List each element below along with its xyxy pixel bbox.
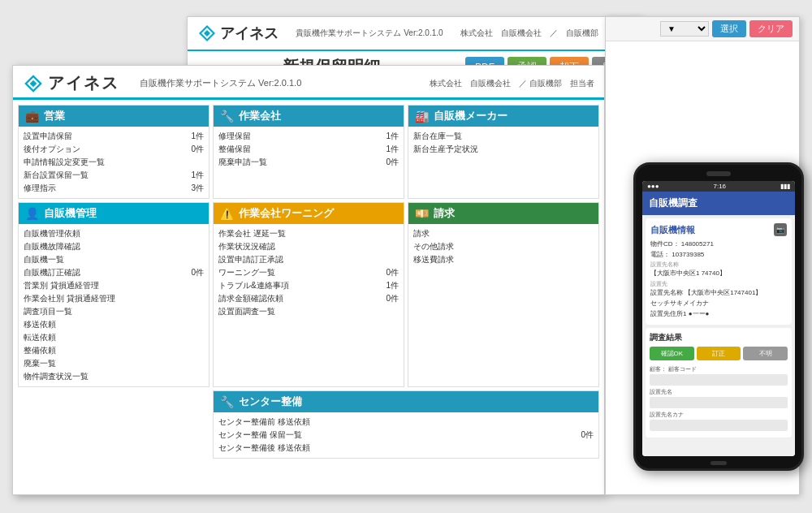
list-item: センター整備前 移送依頼 [218,416,594,429]
building-icon: 🏭 [415,110,429,123]
right-panel-top: ▼ 選択 クリア [606,17,799,41]
customer-input[interactable] [650,374,788,386]
list-item: センター整備 保留一覧 0件 [218,429,594,442]
install-name-value: 【大阪市中央区1 74740】 [650,269,787,278]
sales-title: 営業 [44,109,65,123]
phone-result-section: 調査結果 確認OK 訂正 不明 顧客： 顧客コード 設置先名 [646,328,792,438]
work-warning-title: 作業会社ワーニング [239,206,334,221]
list-item: 調査項目一覧 [24,305,204,318]
customer-label: 顧客： 顧客コード [650,365,788,373]
phone-info-card: 自販機情報 📷 物件CD： 148005271 電話： 103739385 設置… [646,218,792,325]
list-item: 設置面調査一覧 [218,305,399,318]
work-company-section: 🔧 作業会社 修理保留 1件 整備保留 1件 廃棄申請一覧 0件 [213,105,404,199]
setter-value: セッチサキメイカナ [650,299,787,308]
list-item: 営業別 貸損通経管理 [24,279,204,292]
list-item: 後付オプション 0件 [24,143,204,156]
main-logo: アイネス 自販機作業サポートシステム Ver:2.0.1.0 [23,72,301,94]
list-item: 修理保留 1件 [218,130,399,143]
property-cd-label: 物件CD： [650,240,680,248]
list-item: 転送依頼 [24,331,204,344]
list-item: 申請情報設定変更一覧 [24,156,204,169]
main-subtitle: 自販機作業サポートシステム Ver:2.0.1.0 [140,77,301,89]
list-item: 新台生産予定状況 [413,143,594,156]
unknown-button[interactable]: 不明 [743,347,788,360]
property-cd-row: 物件CD： 148005271 [650,239,787,248]
phone-content: 自販機情報 📷 物件CD： 148005271 電話： 103739385 設置… [642,215,795,456]
right-panel-select[interactable]: ▼ [660,21,709,37]
phone-number-label: 電話： [650,251,670,258]
billing-title: 請求 [434,206,455,221]
list-item: 作業状況況確認 [218,240,399,253]
list-item: 移送費請求 [413,253,594,266]
camera-icon[interactable]: 📷 [774,223,787,236]
main-logo-text: アイネス [48,72,119,94]
list-item: トラブル&連絡事項 1件 [218,279,399,292]
doc-content: 💼 営業 設置申請保留 1件 後付オプション 0件 申請情報設定変更一覧 新台設… [13,100,604,463]
center-body: センター整備前 移送依頼 センター整備 保留一覧 0件 センター整備後 移送依頼 [214,412,598,458]
phone-app-header: 自販機調査 [642,192,795,215]
list-item: 請求金額確認依頼 0件 [218,292,399,305]
main-logo-icon [23,73,44,94]
work-company-header: 🔧 作業会社 [214,106,404,127]
sales-section: 💼 営業 設置申請保留 1件 後付オプション 0件 申請情報設定変更一覧 新台設… [18,105,209,199]
bg-doc-logo: アイネス [197,24,279,43]
ok-button[interactable]: 確認OK [650,347,694,360]
install-kana-input-row: 設置先名カナ [650,411,788,431]
install-name-label: 設置先名称 [650,261,787,269]
install-kana-input[interactable] [650,420,788,431]
phone-screen: ●●● 7:16 ▮▮▮ 自販機調査 自販機情報 📷 物件CD： 1480052… [642,181,795,456]
work-warning-body: 作業会社 遅延一覧 作業状況況確認 設置申請訂正承認 ワーニング一覧 0件 トラ… [214,224,404,321]
warning-icon: ⚠️ [220,207,234,220]
manufacturer-section: 🏭 自販機メーカー 新台在庫一覧 新台生産予定状況 [408,105,599,199]
list-item: 新台設置保留一覧 1件 [24,169,204,182]
status-bar-right: ▮▮▮ [780,183,790,190]
list-item: 自販機管理依頼 [24,227,204,240]
list-item: 廃棄一覧 [24,357,204,370]
select-button[interactable]: 選択 [712,20,746,37]
manufacturer-body: 新台在庫一覧 新台生産予定状況 [408,127,598,159]
list-item: ワーニング一覧 0件 [218,266,399,279]
property-cd-value: 148005271 [681,240,714,248]
money-icon: 💴 [415,207,429,220]
install-to-value: 設置先名称 【大阪市中央区1747401】 [650,288,787,297]
result-buttons: 確認OK 訂正 不明 [650,347,788,360]
clear-button[interactable]: クリア [749,20,793,37]
list-item: 移送依頼 [24,318,204,331]
list-item: 自販機故障確認 [24,240,204,253]
install-to-label: 設置先 [650,280,787,288]
list-item: 新台在庫一覧 [413,130,594,143]
fix-button[interactable]: 訂正 [697,347,741,360]
list-item: 修理指示 3件 [24,182,204,195]
center-section: 🔧 センター整備 センター整備前 移送依頼 センター整備 保留一覧 0件 センタ… [213,390,599,459]
install-kana-label: 設置先名カナ [650,411,788,419]
main-document: アイネス 自販機作業サポートシステム Ver:2.0.1.0 株式会社 自販機会… [12,65,605,495]
wrench-icon: 🔧 [220,110,234,123]
list-item: 整備保留 1件 [218,143,399,156]
phone-mockup: ●●● 7:16 ▮▮▮ 自販機調査 自販機情報 📷 物件CD： 1480052… [633,162,804,471]
list-item: 物件調査状況一覧 [24,370,204,383]
phone-app-title: 自販機調査 [649,197,698,209]
work-warning-section: ⚠️ 作業会社ワーニング 作業会社 遅延一覧 作業状況況確認 設置申請訂正承認 … [213,202,404,387]
install-name-input[interactable] [650,397,788,408]
sales-header: 💼 営業 [19,106,209,127]
briefcase-icon: 💼 [25,110,39,123]
main-company: 株式会社 自販機会社 ／ 自販機部 担当者 [430,78,594,89]
manufacturer-title: 自販機メーカー [434,109,508,123]
list-item: 作業会社 遅延一覧 [218,227,399,240]
center-title: センター整備 [239,394,302,409]
bg-doc-header: アイネス 貴販機作業サポートシステム Ver:2.0.1.0 株式会社 自販機会… [188,17,641,51]
result-title: 調査結果 [650,332,788,343]
billing-section: 💴 請求 請求 その他請求 移送費請求 [408,202,599,387]
status-bar-left: ●●● [647,183,659,190]
phone-card-header: 自販機情報 📷 [650,223,787,236]
phone-number-row: 電話： 103739385 [650,250,787,259]
machine-mgmt-header: 👤 自販機管理 [19,203,209,224]
main-doc-header: アイネス 自販機作業サポートシステム Ver:2.0.1.0 株式会社 自販機会… [13,66,604,100]
phone-card-title: 自販機情報 [650,224,695,236]
empty-cell [18,390,209,459]
phone-home-button[interactable] [710,461,727,465]
customer-input-row: 顧客： 顧客コード [650,365,788,386]
machine-mgmt-title: 自販機管理 [44,206,97,221]
phone-status-bar: ●●● 7:16 ▮▮▮ [642,181,795,192]
list-item: 設置申請訂正承認 [218,253,399,266]
